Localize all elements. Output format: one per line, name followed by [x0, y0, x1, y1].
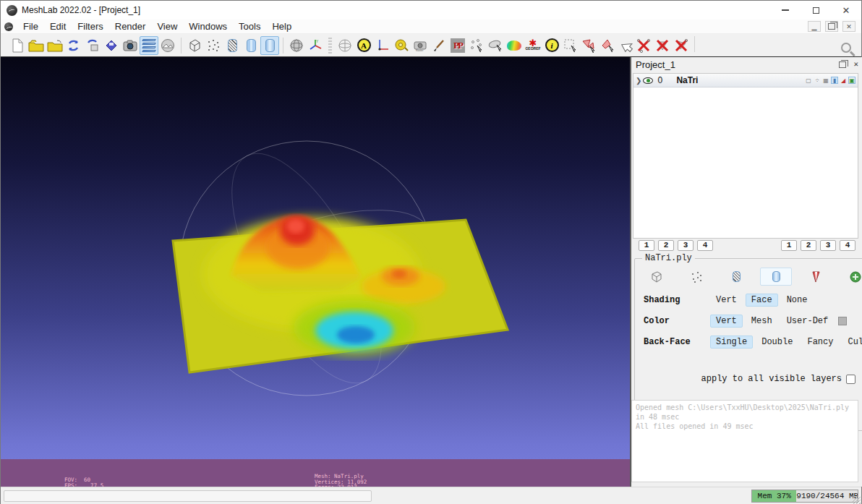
draw-flat-button[interactable]: [242, 36, 260, 55]
show-axes-button[interactable]: Y: [306, 36, 325, 55]
backface-fancy-option[interactable]: Fancy: [801, 336, 839, 349]
smooth-mode-button[interactable]: [760, 268, 792, 286]
shading-face-option[interactable]: Face: [746, 294, 778, 307]
color-vert-option[interactable]: Vert: [710, 315, 743, 328]
layer-wireframe-icon[interactable]: ▦: [822, 77, 829, 84]
delete-all-meshes-button[interactable]: [653, 36, 672, 55]
wireframe-mode-button[interactable]: [720, 268, 752, 286]
mdi-minimize-button[interactable]: ▁: [808, 21, 821, 32]
select-faces-button[interactable]: [580, 36, 599, 55]
mdi-child-icon[interactable]: [4, 22, 13, 31]
georef-button[interactable]: ✱GEOREF: [524, 36, 542, 55]
menu-item[interactable]: Render: [109, 21, 152, 32]
raster-alignment-button[interactable]: Raster: [411, 36, 430, 55]
draw-wireframe-button[interactable]: [223, 36, 242, 55]
delete-mesh-button[interactable]: [634, 36, 653, 55]
open-project-button[interactable]: [27, 36, 46, 55]
measure-tool-button[interactable]: [392, 36, 411, 55]
tag-button[interactable]: 4: [697, 240, 713, 251]
backface-label: Back-Face: [644, 337, 710, 347]
draw-bbox-button[interactable]: [185, 36, 204, 55]
layer-points-icon[interactable]: ⁘: [814, 77, 821, 84]
layer-faceculling-icon[interactable]: ◢: [840, 77, 847, 84]
backface-cull-option[interactable]: Cull: [842, 336, 862, 349]
shading-none-option[interactable]: None: [781, 294, 814, 307]
resize-grip[interactable]: [853, 496, 861, 504]
show-texture-button[interactable]: [287, 36, 306, 55]
show-axis-triad-button[interactable]: [373, 36, 392, 55]
bbox-mode-button[interactable]: [641, 268, 673, 286]
mdi-close-button[interactable]: ✕: [842, 21, 855, 32]
snapshot-button[interactable]: [121, 36, 140, 55]
mdi-restore-button[interactable]: [825, 21, 838, 32]
expand-caret-icon[interactable]: ❯: [633, 77, 643, 85]
backface-row: Back-Face Single Double Fancy Cull: [644, 335, 862, 349]
reload-mesh-button[interactable]: [64, 36, 83, 55]
smooth-cylinder-icon: [265, 39, 275, 52]
layer-row[interactable]: ❯ 0 NaTri ▢ ⁘ ▦ ▮ ◢ ▣: [633, 74, 858, 87]
3d-viewport[interactable]: FOV: 60FPS: 77.5NO_RENDERING Mesh: NaTri…: [1, 57, 630, 487]
menu-item[interactable]: Windows: [183, 21, 233, 32]
userdef-color-swatch[interactable]: [838, 317, 847, 325]
svg-text:Raster: Raster: [416, 49, 424, 52]
layer-texture-icon[interactable]: ▣: [848, 77, 855, 84]
tag-button[interactable]: 2: [658, 240, 674, 251]
select-rect-button[interactable]: [561, 36, 580, 55]
log-line: Opened mesh C:\Users\TxxHU\Desktop\2025\…: [636, 403, 854, 422]
quality-mapper-button[interactable]: [505, 36, 524, 55]
align-tool-button[interactable]: [486, 36, 505, 55]
trackball-button[interactable]: [336, 36, 354, 55]
menu-item[interactable]: Filters: [72, 21, 108, 32]
minimize-button[interactable]: [770, 1, 801, 20]
dock-float-icon[interactable]: [839, 61, 846, 68]
color-row: Color Vert Mesh User-Def: [644, 314, 862, 328]
menu-item[interactable]: Edit: [44, 21, 72, 32]
backface-double-option[interactable]: Double: [756, 336, 798, 349]
tag-button[interactable]: 4: [840, 240, 855, 251]
menu-item[interactable]: View: [151, 21, 183, 32]
tag-button[interactable]: 1: [639, 240, 654, 251]
texture-mode-button[interactable]: [840, 268, 862, 286]
flat-cylinder-icon: [247, 39, 256, 52]
point-based-gluing-button[interactable]: [467, 36, 486, 55]
reload-all-button[interactable]: [83, 36, 102, 55]
show-layer-dialog-button[interactable]: [140, 36, 158, 55]
save-mesh-button[interactable]: [102, 36, 121, 55]
memory-widget: Mem 37% 9190/24564 MB: [751, 490, 858, 503]
select-connected-button[interactable]: [599, 36, 618, 55]
visibility-eye-icon[interactable]: [643, 77, 653, 84]
show-raster-button[interactable]: [158, 36, 177, 55]
search-button[interactable]: [837, 38, 855, 57]
z-painting-button[interactable]: [430, 36, 448, 55]
maximize-button[interactable]: [801, 1, 831, 20]
draw-smooth-button[interactable]: [260, 36, 279, 55]
color-userdef-option[interactable]: User-Def: [781, 315, 835, 328]
menu-item[interactable]: Help: [266, 21, 297, 32]
tag-button[interactable]: 2: [801, 240, 816, 251]
layer-bbox-icon[interactable]: ▢: [805, 77, 812, 84]
tag-button[interactable]: 1: [781, 240, 797, 251]
color-mesh-option[interactable]: Mesh: [746, 315, 778, 328]
show-labels-button[interactable]: A: [354, 36, 373, 55]
layer-smooth-icon[interactable]: ▮: [831, 77, 838, 84]
info-button[interactable]: i: [542, 36, 561, 55]
tag-button[interactable]: 3: [820, 240, 836, 251]
apply-all-checkbox[interactable]: [846, 375, 855, 384]
points-mode-button[interactable]: [680, 268, 712, 286]
menubar: FileEditFiltersRenderViewWindowsToolsHel…: [1, 20, 861, 34]
delete-raster-button[interactable]: [672, 36, 691, 55]
menu-item[interactable]: File: [17, 21, 44, 32]
open-mesh-button[interactable]: [46, 36, 64, 55]
dock-close-icon[interactable]: ✕: [853, 61, 858, 68]
shading-vert-option[interactable]: Vert: [710, 294, 743, 307]
new-document-button[interactable]: [8, 36, 27, 55]
memory-usage-bar: Mem 37%: [752, 490, 796, 502]
info-icon: i: [545, 38, 559, 52]
menu-item[interactable]: Tools: [233, 21, 266, 32]
backface-single-option[interactable]: Single: [710, 336, 753, 349]
faceculling-mode-button[interactable]: [800, 268, 832, 286]
close-button[interactable]: ✕: [831, 1, 861, 20]
draw-points-button[interactable]: [204, 36, 223, 55]
tag-button[interactable]: 3: [678, 240, 694, 251]
pick-points-button[interactable]: PP: [448, 36, 467, 55]
